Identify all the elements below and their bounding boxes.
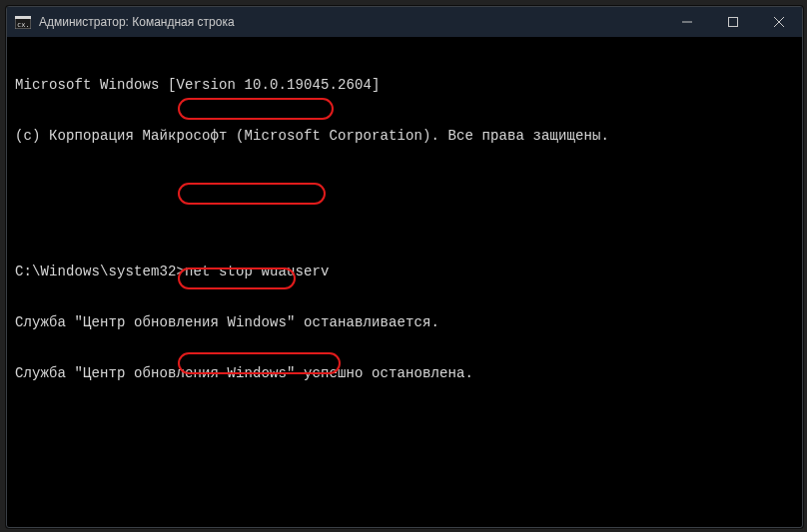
close-button[interactable] [756,7,802,37]
cmd-window: cx. Администратор: Командная строка Micr… [6,6,803,528]
window-title: Администратор: Командная строка [39,15,664,29]
terminal-output[interactable]: Microsoft Windows [Version 10.0.19045.26… [7,37,802,532]
svg-rect-4 [729,18,738,27]
blank-line [15,467,794,484]
command: net stop wuauserv [185,264,330,279]
maximize-button[interactable] [710,7,756,37]
header-line: (c) Корпорация Майкрософт (Microsoft Cor… [15,128,794,145]
blank-line [15,179,794,196]
titlebar[interactable]: cx. Администратор: Командная строка [7,7,802,37]
header-line: Microsoft Windows [Version 10.0.19045.26… [15,77,794,94]
prompt: C:\Windows\system32> [15,264,185,279]
prompt-line: C:\Windows\system32>net stop wuauserv [15,264,794,280]
output-line: Служба "Центр обновления Windows" остана… [15,314,794,331]
svg-rect-1 [15,16,31,19]
minimize-button[interactable] [664,7,710,37]
cmd-icon: cx. [15,15,31,29]
output-line: Служба "Центр обновления Windows" успешн… [15,365,794,382]
blank-line [15,416,794,433]
svg-text:cx.: cx. [17,21,30,29]
